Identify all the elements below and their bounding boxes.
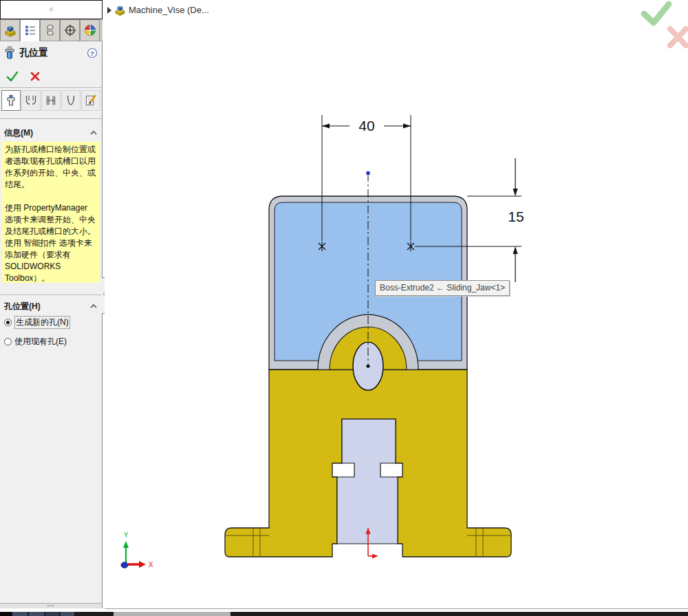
- property-manager-panel: 0: [0, 0, 103, 608]
- part-document-icon: [3, 23, 17, 37]
- divider: [0, 118, 102, 120]
- smart-fastener-button[interactable]: [81, 90, 100, 111]
- middle-hole-button[interactable]: [21, 90, 41, 111]
- dim-15-value[interactable]: 15: [508, 209, 524, 224]
- help-icon[interactable]: ?: [87, 47, 98, 59]
- info-section-label: 信息(M): [4, 127, 89, 139]
- svg-text:?: ?: [90, 50, 94, 57]
- first-hole-button[interactable]: [1, 90, 21, 111]
- radio-create-new-hole[interactable]: 生成新的孔(N): [4, 316, 100, 328]
- info-message-box: 为新孔或槽口绘制位置或者选取现有孔或槽口以用作系列的开始、中央、或结尾。 使用 …: [2, 142, 100, 283]
- radio-use-existing-hole[interactable]: 使用现有孔(E): [4, 335, 100, 348]
- taskbar-segment: [61, 612, 74, 616]
- tab-dimxpert-manager[interactable]: [60, 19, 80, 41]
- tab-display-manager[interactable]: [80, 19, 100, 41]
- first-hole-icon: [4, 94, 18, 107]
- expand-arrow-icon[interactable]: [107, 7, 111, 14]
- y-axis-label: Y: [124, 531, 129, 539]
- hole-series-tab-row: [1, 90, 102, 112]
- radio-button-icon[interactable]: [4, 338, 12, 346]
- dim-40-value[interactable]: 40: [358, 118, 374, 134]
- panel-scrollbar[interactable]: •••: [0, 603, 102, 608]
- smart-fastener-icon: [84, 94, 98, 107]
- hole-position-section-header[interactable]: 孔位置(H): [0, 299, 102, 314]
- radio-button-icon[interactable]: [4, 319, 12, 326]
- collapsed-toolbar: 0: [0, 0, 103, 19]
- dim-15-arrow-top: [513, 189, 518, 196]
- assembly-icon: [114, 4, 126, 16]
- sketch-endpoint[interactable]: [367, 171, 370, 175]
- tab-configuration-manager[interactable]: [40, 19, 60, 41]
- dimxpert-manager-icon: [63, 23, 77, 37]
- taskbar-segment: [29, 612, 44, 616]
- radio-label: 使用现有孔(E): [14, 336, 67, 348]
- ok-button[interactable]: [6, 70, 19, 83]
- confirm-row: [0, 66, 102, 87]
- hole-wizard-icon: [4, 46, 15, 60]
- z-axis-dot-icon: [121, 562, 128, 568]
- manager-tab-bar: [0, 19, 103, 41]
- hover-tooltip: Boss-Extrude2 ← Sliding_Jaw<1>: [375, 280, 510, 296]
- page-title: 孔位置: [19, 47, 83, 59]
- info-section-header[interactable]: 信息(M): [0, 125, 102, 140]
- x-axis-arrowhead: [139, 561, 146, 568]
- viewport-bottom-edge: [105, 608, 688, 609]
- flyout-feature-tree[interactable]: Machine_Vise (De...: [107, 4, 209, 16]
- dim-15-arrow-bottom: [513, 246, 518, 254]
- middle-hole-icon: [24, 94, 38, 107]
- configuration-manager-icon: [43, 23, 57, 37]
- cancel-button[interactable]: [29, 70, 41, 83]
- collapse-chevron-icon: [89, 304, 98, 309]
- thread-hole-button[interactable]: [61, 90, 80, 111]
- message-paragraph-2: 使用 PropertyManager 选项卡来调整开始、中央及结尾孔或槽口的大小…: [5, 202, 97, 284]
- confirm-cancel-corner-icon[interactable]: [670, 29, 686, 45]
- property-manager-header: 孔位置 ?: [0, 43, 102, 63]
- taskbar-segment: [12, 612, 28, 616]
- tooltip-text: Boss-Extrude2 ← Sliding_Jaw<1>: [380, 283, 505, 293]
- centerline-endpoint[interactable]: [367, 365, 370, 368]
- last-hole-icon: [44, 94, 58, 107]
- divider: [0, 87, 102, 89]
- confirm-ok-corner-icon[interactable]: [644, 4, 669, 23]
- y-axis-arrowhead: [123, 541, 129, 548]
- divider: [0, 295, 102, 296]
- taskbar-strip: [0, 612, 688, 616]
- hole-position-section-label: 孔位置(H): [4, 301, 89, 312]
- dim-40-arrow-right: [403, 124, 411, 129]
- x-axis-label: X: [149, 561, 153, 569]
- toolbar-label: 0: [50, 6, 52, 12]
- display-manager-icon: [83, 23, 97, 37]
- collapse-chevron-icon: [89, 130, 98, 136]
- tab-property-manager[interactable]: [20, 19, 40, 41]
- dim-40-arrow-left: [322, 124, 330, 129]
- taskbar-segment: [0, 612, 12, 616]
- message-paragraph-1: 为新孔或槽口绘制位置或者选取现有孔或槽口以用作系列的开始、中央、或结尾。: [5, 144, 97, 191]
- t-slot-face[interactable]: [337, 419, 398, 544]
- graphics-area[interactable]: Machine_Vise (De... 40: [105, 0, 688, 608]
- taskbar-segment: [45, 612, 59, 616]
- reference-triad: Y X: [121, 531, 153, 569]
- tab-part-document[interactable]: [0, 19, 20, 41]
- thread-hole-icon: [64, 94, 78, 107]
- taskbar-segment: [114, 612, 230, 616]
- model-canvas[interactable]: 40 15 Y X: [105, 0, 688, 608]
- radio-label: 生成新的孔(N): [14, 316, 70, 329]
- property-manager-icon: [23, 23, 37, 37]
- tree-item-label: Machine_Vise (De...: [129, 5, 209, 15]
- last-hole-button[interactable]: [41, 90, 61, 111]
